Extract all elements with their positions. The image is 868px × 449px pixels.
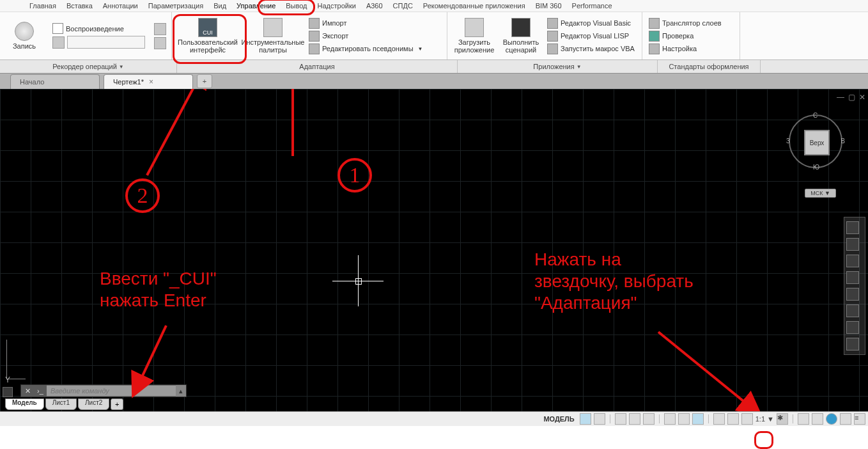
cmd-left-icons [3, 387, 13, 397]
status-osnap-icon[interactable] [664, 413, 676, 425]
recorder-icon-1[interactable] [52, 36, 65, 49]
record-button[interactable]: Запись [4, 15, 45, 57]
vle-button[interactable]: Редактор Visual LISP [545, 30, 637, 42]
cmd-close-icon[interactable]: ✕ [21, 385, 34, 397]
playback-button[interactable]: Воспроизведение [50, 22, 148, 35]
status-menu-icon[interactable]: ≡ [854, 413, 865, 425]
menu-manage[interactable]: Управление [231, 1, 281, 10]
tab-drawing1[interactable]: Чертеж1*× [104, 74, 193, 89]
tab-start[interactable]: Начало [10, 74, 100, 89]
status-lwt-icon[interactable] [713, 413, 725, 425]
ribbon: Запись Воспроизведение CUI [0, 12, 868, 60]
nav-misc1-icon[interactable] [846, 304, 859, 317]
ribbon-footer-std: Стандарты оформления [658, 60, 761, 73]
status-otrack-icon[interactable] [692, 413, 704, 425]
nav-misc2-icon[interactable] [846, 321, 859, 334]
close-tab-icon[interactable]: × [149, 77, 153, 86]
export-label: Экспорт [322, 32, 348, 40]
nav-showmotion-icon[interactable] [846, 288, 859, 301]
vle-icon [547, 31, 558, 42]
status-model-button[interactable]: МОДЕЛЬ [541, 415, 577, 423]
config-label: Настройка [662, 45, 697, 52]
menu-featured[interactable]: Рекомендованные приложения [418, 1, 531, 10]
nav-wheel-icon[interactable] [846, 221, 859, 234]
menu-parametric[interactable]: Параметризация [143, 1, 208, 10]
status-cycling-icon[interactable] [741, 413, 753, 425]
vba-label: Запустить макрос VBA [561, 45, 635, 52]
record-icon [15, 22, 34, 41]
document-tabbar: Начало Чертеж1*× + [0, 74, 868, 89]
run-script-button[interactable]: Выполнить сценарий [500, 15, 542, 57]
new-tab-button[interactable]: + [197, 74, 212, 88]
viewcube[interactable]: Верх С Ю В З [789, 114, 842, 168]
viewcube-e: В [841, 138, 845, 145]
vbe-button[interactable]: Редактор Visual Basic [545, 17, 637, 29]
layout-tab-sheet2[interactable]: Лист2 [78, 398, 109, 410]
vba-macro-button[interactable]: Запустить макрос VBA [545, 43, 637, 55]
navigation-bar[interactable] [844, 217, 865, 355]
standards-config-button[interactable]: Настройка [646, 43, 724, 55]
layout-tab-add[interactable]: + [111, 398, 123, 410]
check-button[interactable]: Проверка [646, 30, 724, 42]
command-line[interactable]: ✕ ›_ ▴ [20, 384, 187, 397]
menu-view[interactable]: Вид [208, 1, 231, 10]
layout-tab-sheet1[interactable]: Лист1 [45, 398, 77, 410]
layout-tab-model[interactable]: Модель [5, 398, 44, 410]
status-plus-icon[interactable] [798, 413, 809, 425]
menu-addins[interactable]: Надстройки [313, 1, 361, 10]
menu-output[interactable]: Вывод [281, 1, 312, 10]
edit-aliases-button[interactable]: Редактировать псевдонимы▼ [306, 43, 425, 55]
cmd-history-icon[interactable]: ▴ [176, 385, 186, 397]
aliases-icon [309, 43, 320, 54]
recorder-misc-1[interactable] [154, 23, 166, 35]
restore-icon[interactable]: ▢ [848, 93, 855, 102]
menu-home[interactable]: Главная [24, 1, 61, 10]
status-transparency-icon[interactable] [727, 413, 739, 425]
vba-icon [547, 43, 558, 54]
status-polar-icon[interactable] [629, 413, 640, 425]
load-app-button[interactable]: Загрузить приложение [451, 15, 497, 57]
import-button[interactable]: Импорт [306, 17, 425, 29]
recorder-misc-2[interactable] [154, 37, 166, 49]
nav-misc3-icon[interactable] [846, 338, 859, 351]
menu-performance[interactable]: Performance [567, 1, 617, 10]
status-3dosnap-icon[interactable] [678, 413, 690, 425]
viewcube-w: З [786, 138, 790, 145]
status-gear-icon[interactable]: ✱ [777, 413, 788, 425]
cui-button[interactable]: CUI Пользовательский интерфейс [176, 15, 240, 57]
menu-spds[interactable]: СПДС [388, 1, 418, 10]
layer-translator-button[interactable]: Транслятор слоев [646, 17, 724, 29]
status-iso-icon[interactable] [643, 413, 655, 425]
status-grid-icon[interactable] [580, 413, 591, 425]
close-icon[interactable]: ✕ [859, 93, 865, 102]
status-custom-icon[interactable] [840, 413, 851, 425]
check-icon [649, 31, 660, 42]
ribbon-footer-recorder[interactable]: Рекордер операций▼ [0, 60, 177, 73]
command-input[interactable] [47, 386, 176, 396]
minimize-icon[interactable]: — [837, 93, 844, 102]
menu-insert[interactable]: Вставка [61, 1, 98, 10]
drawing-area[interactable]: Y — ▢ ✕ Верх С Ю В З МСК ▼ 1 2 Ввести "_… [0, 89, 868, 411]
layer-trans-label: Транслятор слоев [662, 19, 722, 27]
status-clean-icon[interactable] [826, 413, 837, 425]
tool-palettes-button[interactable]: Инструментальные палитры [242, 15, 304, 57]
aliases-label: Редактировать псевдонимы [322, 45, 414, 52]
wcs-badge[interactable]: МСК ▼ [805, 189, 836, 198]
nav-zoom-icon[interactable] [846, 255, 859, 267]
status-scale[interactable]: 1:1 ▼ [756, 415, 774, 423]
menu-bim360[interactable]: BIM 360 [531, 1, 567, 10]
export-button[interactable]: Экспорт [306, 30, 425, 42]
status-ortho-icon[interactable] [615, 413, 626, 425]
status-snap-icon[interactable] [594, 413, 605, 425]
ribbon-footer-apps[interactable]: Приложения▼ [458, 60, 658, 73]
menu-a360[interactable]: A360 [361, 1, 388, 10]
status-qp-icon[interactable] [812, 413, 823, 425]
config-icon [649, 43, 660, 54]
viewcube-face[interactable]: Верх [804, 130, 830, 155]
menu-annotations[interactable]: Аннотации [98, 1, 143, 10]
recorder-dropdown[interactable] [67, 36, 145, 49]
cmd-icon-1[interactable] [3, 387, 13, 397]
nav-orbit-icon[interactable] [846, 271, 859, 284]
nav-pan-icon[interactable] [846, 238, 859, 251]
viewport-controls[interactable]: — ▢ ✕ [837, 93, 865, 102]
